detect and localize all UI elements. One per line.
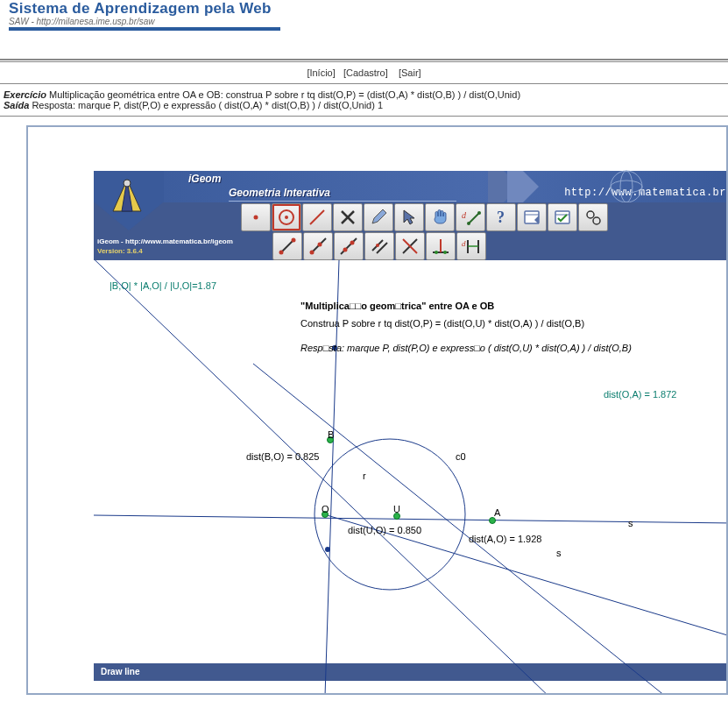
svg-point-32: [318, 243, 322, 247]
applet-info: iGeom - http://www.matematica.br/igeom V…: [94, 237, 272, 255]
svg-point-28: [279, 251, 284, 255]
nav-links: [Início] [Cadastro] [Sair]: [0, 62, 728, 83]
point-icon: [247, 209, 265, 226]
svg-point-19: [477, 211, 481, 215]
dist-ao-label: dist(A,O) = 1.928: [469, 534, 541, 544]
intersect-icon: [400, 237, 420, 256]
save-icon: [553, 208, 572, 227]
delete-tool[interactable]: [333, 203, 363, 231]
intersect-tool[interactable]: [395, 232, 425, 260]
svg-line-27: [281, 240, 293, 252]
point-a-label: A: [494, 507, 500, 518]
svg-rect-23: [555, 211, 569, 223]
banner-chevrons: [488, 171, 549, 202]
line-r-label: r: [363, 471, 366, 481]
open-tool[interactable]: [517, 203, 547, 231]
toolbar-primary: d ?: [94, 202, 728, 232]
content-frame: iGeom Geometria Interativa http://www.ma…: [26, 125, 728, 695]
header-rule: [9, 27, 280, 31]
svg-point-25: [587, 211, 594, 218]
line-icon: [307, 208, 327, 227]
point-u-label: U: [393, 504, 400, 514]
perpendicular-icon: [431, 237, 450, 256]
line-s-label: s: [628, 518, 633, 528]
distance-icon: d: [461, 237, 482, 256]
svg-text:d: d: [462, 239, 466, 248]
line-tool[interactable]: [302, 203, 332, 231]
svg-text:d: d: [462, 210, 467, 220]
ray-tool[interactable]: [303, 232, 333, 260]
svg-point-10: [285, 216, 288, 219]
toolbar-secondary: iGeom - http://www.matematica.br/igeom V…: [94, 232, 728, 260]
header-logo: Sistema de Aprendizagem pela Web SAW - h…: [0, 0, 728, 32]
edit-tool[interactable]: [364, 203, 393, 231]
segment-icon: [278, 237, 297, 256]
hand-tool[interactable]: [425, 203, 455, 231]
dist-oa-label: dist(O,A) = 1.872: [604, 389, 676, 400]
line-s2-label: s: [556, 548, 562, 558]
svg-point-54: [315, 439, 465, 590]
help-icon: ?: [491, 208, 511, 227]
site-title: Sistema de Aprendizagem pela Web: [9, 0, 719, 18]
parallel-icon: [370, 237, 389, 256]
nav-sair[interactable]: [Sair]: [399, 67, 421, 78]
compass-icon: [102, 176, 152, 218]
exercise-text: Multiplicação geométrica entre OA e OB: …: [49, 89, 520, 100]
canvas-response: Resp□sta: marque P, dist(P,O) e express□…: [300, 343, 632, 353]
exercise-block: Exercício Multiplicação geométrica entre…: [0, 84, 728, 116]
help-tool[interactable]: ?: [486, 203, 516, 231]
circle-tool[interactable]: [272, 203, 301, 231]
svg-marker-14: [372, 209, 386, 223]
applet-info-url: iGeom - http://www.matematica.br/igeom: [97, 237, 272, 245]
applet-banner: iGeom Geometria Interativa http://www.ma…: [94, 171, 728, 202]
save-tool[interactable]: [548, 203, 577, 231]
svg-point-29: [292, 238, 296, 243]
select-tool[interactable]: [394, 203, 424, 231]
nav-inicio[interactable]: [Início]: [307, 67, 335, 78]
applet-version: Version: 3.6.4: [97, 247, 272, 255]
point-tool[interactable]: [241, 203, 271, 231]
svg-point-8: [254, 216, 258, 220]
svg-point-43: [435, 251, 438, 254]
parallel-tool[interactable]: [364, 232, 394, 260]
segment-tool[interactable]: [272, 232, 302, 260]
geometry-canvas[interactable]: |B,O| * |A,O| / |U,O|=1.87 "Multiplica□□…: [94, 260, 728, 663]
svg-point-7: [620, 171, 633, 202]
point-b-label: B: [328, 429, 334, 440]
distance-tool[interactable]: d: [456, 232, 486, 260]
expr-label: |B,O| * |A,O| / |U,O|=1.87: [110, 280, 216, 291]
svg-point-31: [310, 251, 315, 255]
svg-point-18: [467, 222, 470, 225]
perpendicular-tool[interactable]: [426, 232, 456, 260]
nav-cadastro[interactable]: [Cadastro]: [343, 67, 388, 78]
circle-target-icon: [277, 208, 296, 227]
applet-subtitle: Geometria Interativa: [229, 187, 330, 199]
measure-tool[interactable]: d: [456, 203, 485, 231]
svg-point-35: [350, 241, 355, 245]
output-label: Saída: [4, 100, 29, 110]
svg-point-38: [376, 244, 379, 247]
options-tool[interactable]: [578, 203, 608, 231]
svg-point-5: [611, 171, 642, 202]
canvas-title: "Multiplica□□o geom□trica" entre OA e OB: [300, 301, 494, 311]
ray-icon: [308, 237, 328, 256]
svg-line-11: [310, 210, 324, 224]
svg-point-59: [325, 547, 330, 552]
svg-point-26: [593, 217, 600, 224]
gears-icon: [583, 208, 603, 227]
hand-icon: [430, 208, 449, 227]
measure-icon: d: [460, 208, 481, 227]
line2-tool[interactable]: [334, 232, 364, 260]
point-o-label: O: [322, 504, 329, 514]
svg-point-44: [443, 251, 447, 254]
line2-icon: [339, 237, 358, 256]
divider: [0, 116, 728, 117]
dist-bo-label: dist(B,O) = 0.825: [246, 451, 319, 462]
svg-point-2: [124, 180, 131, 187]
igeom-applet: iGeom Geometria Interativa http://www.ma…: [94, 171, 728, 681]
svg-line-17: [469, 213, 479, 223]
svg-line-53: [253, 364, 728, 695]
circle-c0-label: c0: [456, 451, 466, 462]
svg-point-34: [343, 248, 348, 252]
x-icon: [338, 208, 357, 227]
